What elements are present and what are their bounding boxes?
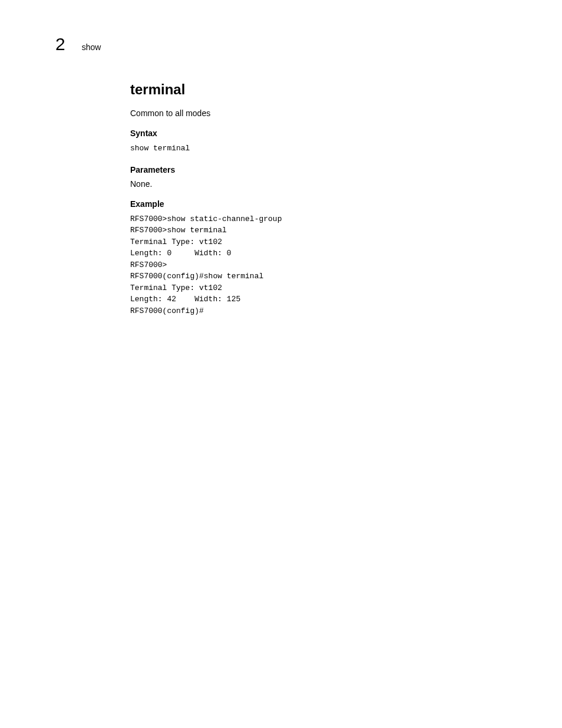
example-heading: Example	[130, 199, 507, 209]
parameters-value: None.	[130, 179, 507, 189]
example-code: RFS7000>show static-channel-group RFS700…	[130, 213, 507, 317]
syntax-heading: Syntax	[130, 129, 507, 138]
main-content: terminal Common to all modes Syntax show…	[130, 81, 507, 317]
description-text: Common to all modes	[130, 108, 507, 118]
page-header: 2 show	[55, 34, 101, 54]
page-title: terminal	[130, 81, 507, 98]
chapter-number: 2	[55, 34, 65, 54]
parameters-heading: Parameters	[130, 165, 507, 174]
header-section-name: show	[82, 42, 101, 52]
syntax-code: show terminal	[130, 143, 507, 154]
